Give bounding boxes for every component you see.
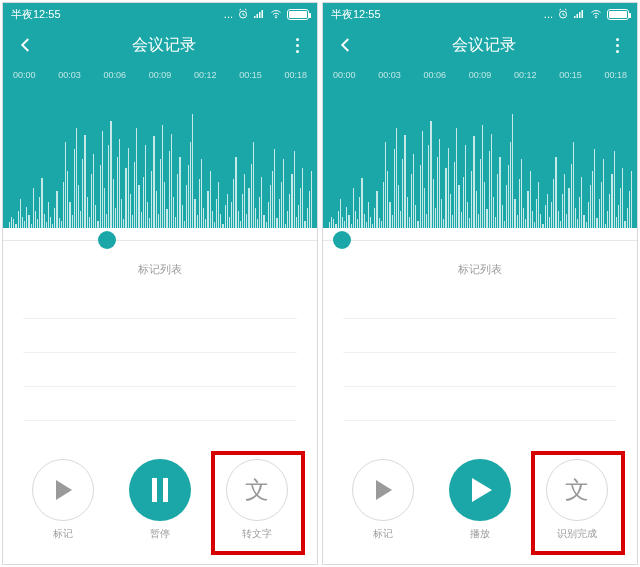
time-tick: 00:03	[58, 70, 81, 80]
time-tick: 00:00	[13, 70, 36, 80]
mark-button[interactable]: 标记	[32, 459, 94, 541]
alarm-icon	[237, 8, 249, 20]
waveform-panel: 半夜12:55 ... 会议记录 00:00 00:03 00:06 00:09…	[323, 3, 637, 228]
more-icon[interactable]	[612, 34, 623, 57]
time-tick: 00:09	[469, 70, 492, 80]
waveform[interactable]	[323, 85, 637, 228]
waveform-panel: 半夜12:55 ... 会议记录 00:00 00:03 00:06 00:09…	[3, 3, 317, 228]
svg-point-1	[276, 17, 277, 18]
timeline-ruler: 00:00 00:03 00:06 00:09 00:12 00:15 00:1…	[323, 65, 637, 85]
time-tick: 00:12	[194, 70, 217, 80]
phone-screen-left: 半夜12:55 ... 会议记录 00:00 00:03 00:06 00:09…	[2, 2, 318, 565]
time-tick: 00:18	[284, 70, 307, 80]
pause-icon	[152, 478, 168, 502]
nav-bar: 会议记录	[3, 25, 317, 65]
time-tick: 00:15	[559, 70, 582, 80]
back-icon[interactable]	[17, 36, 35, 54]
status-time: 半夜12:55	[11, 7, 61, 22]
time-tick: 00:15	[239, 70, 262, 80]
page-title: 会议记录	[132, 35, 196, 56]
phone-screen-right: 半夜12:55 ... 会议记录 00:00 00:03 00:06 00:09…	[322, 2, 638, 565]
list-item	[343, 285, 617, 319]
battery-icon	[287, 9, 309, 20]
time-tick: 00:06	[423, 70, 446, 80]
transcribe-button[interactable]: 文 识别完成	[546, 459, 608, 541]
list-item	[343, 387, 617, 421]
page-title: 会议记录	[452, 35, 516, 56]
waveform[interactable]	[3, 85, 317, 228]
list-item	[23, 285, 297, 319]
marklist-title: 标记列表	[323, 256, 637, 285]
status-bar: 半夜12:55 ...	[323, 3, 637, 25]
more-icon[interactable]	[292, 34, 303, 57]
time-tick: 00:12	[514, 70, 537, 80]
nav-bar: 会议记录	[323, 25, 637, 65]
back-icon[interactable]	[337, 36, 355, 54]
playhead-slider[interactable]	[3, 228, 317, 256]
marklist	[3, 285, 317, 446]
list-item	[23, 387, 297, 421]
transcribe-button[interactable]: 文 转文字	[226, 459, 288, 541]
wifi-icon	[269, 8, 283, 20]
playhead-slider[interactable]	[323, 228, 637, 256]
network-dots-icon: ...	[224, 8, 233, 20]
slider-thumb[interactable]	[333, 231, 351, 249]
text-icon: 文	[565, 474, 589, 506]
status-bar: 半夜12:55 ...	[3, 3, 317, 25]
marklist	[323, 285, 637, 446]
play-button[interactable]: 播放	[449, 459, 511, 541]
timeline-ruler: 00:00 00:03 00:06 00:09 00:12 00:15 00:1…	[3, 65, 317, 85]
play-icon	[472, 478, 492, 502]
time-tick: 00:00	[333, 70, 356, 80]
svg-point-3	[596, 17, 597, 18]
list-item	[23, 319, 297, 353]
signal-icon	[253, 8, 265, 20]
slider-thumb[interactable]	[98, 231, 116, 249]
alarm-icon	[557, 8, 569, 20]
flag-icon	[56, 480, 72, 500]
list-item	[343, 353, 617, 387]
battery-icon	[607, 9, 629, 20]
flag-icon	[376, 480, 392, 500]
player-controls: 标记 暂停 文 转文字	[3, 446, 317, 564]
list-item	[23, 353, 297, 387]
status-icons: ...	[544, 8, 629, 20]
network-dots-icon: ...	[544, 8, 553, 20]
list-item	[343, 319, 617, 353]
status-time: 半夜12:55	[331, 7, 381, 22]
wifi-icon	[589, 8, 603, 20]
signal-icon	[573, 8, 585, 20]
time-tick: 00:06	[103, 70, 126, 80]
player-controls: 标记 播放 文 识别完成	[323, 446, 637, 564]
status-icons: ...	[224, 8, 309, 20]
time-tick: 00:09	[149, 70, 172, 80]
marklist-title: 标记列表	[3, 256, 317, 285]
pause-button[interactable]: 暂停	[129, 459, 191, 541]
time-tick: 00:03	[378, 70, 401, 80]
mark-button[interactable]: 标记	[352, 459, 414, 541]
time-tick: 00:18	[604, 70, 627, 80]
text-icon: 文	[245, 474, 269, 506]
